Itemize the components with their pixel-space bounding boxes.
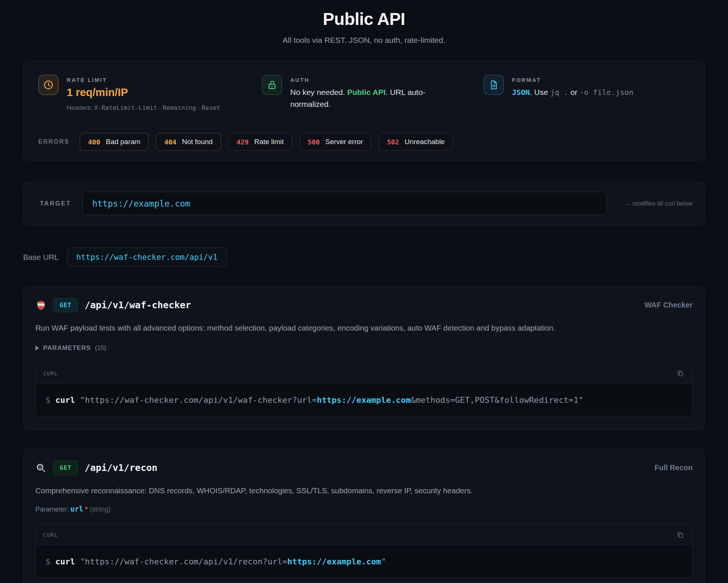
error-badge-502: 502 Unreachable	[379, 133, 453, 151]
error-badge-400: 400 Bad param	[80, 133, 148, 151]
rate-limit-section: RATE LIMIT 1 req/min/IP Headers: X-RateL…	[38, 75, 262, 112]
rate-limit-label: RATE LIMIT	[67, 77, 220, 83]
method-badge: GET	[53, 298, 78, 312]
copy-icon	[676, 531, 684, 539]
auth-content: AUTH No key needed. Public API. URL auto…	[290, 75, 454, 112]
error-badge-500: 500 Server error	[300, 133, 371, 151]
endpoint-path: /api/v1/recon	[85, 462, 158, 473]
info-grid: RATE LIMIT 1 req/min/IP Headers: X-RateL…	[38, 75, 690, 112]
target-card: TARGET ← modifies all curl below	[23, 182, 705, 225]
curl-header: CURL	[36, 363, 692, 384]
endpoint-header: GET /api/v1/recon Full Recon	[35, 461, 693, 475]
base-url-label: Base URL	[23, 253, 59, 262]
curl-command: $ curl "https://waf-checker.com/api/v1/w…	[36, 384, 692, 416]
copy-button[interactable]	[676, 369, 685, 378]
unlock-icon	[262, 75, 282, 95]
errors-label: ERRORS	[38, 138, 69, 145]
format-text: JSON. Use jq . or -o file.json	[512, 86, 633, 98]
rate-limit-headers: Headers: X-RateLimit-Limit · Remaining ·…	[67, 104, 220, 112]
endpoint-description: Comprehensive reconnaissance: DNS record…	[35, 486, 693, 495]
parameter-line: Parameter: url * (string)	[35, 505, 693, 513]
required-marker: *	[83, 506, 88, 513]
curl-label: CURL	[43, 532, 58, 538]
curl-command: $ curl "https://waf-checker.com/api/v1/r…	[36, 545, 692, 578]
auth-label: AUTH	[290, 77, 454, 83]
base-url-value: https://waf-checker.com/api/v1	[67, 248, 227, 267]
curl-header: CURL	[36, 525, 692, 545]
error-badge-429: 429 Rate limit	[228, 133, 292, 151]
endpoint-path: /api/v1/waf-checker	[85, 300, 191, 310]
curl-block: CURL $ curl "https://waf-checker.com/api…	[35, 363, 693, 417]
endpoint-card-recon: GET /api/v1/recon Full Recon Comprehensi…	[23, 449, 705, 583]
param-name: url	[70, 505, 83, 513]
page-subtitle: All tools via REST. JSON, no auth, rate-…	[23, 36, 705, 45]
copy-button[interactable]	[676, 531, 685, 539]
document-icon	[484, 75, 504, 95]
clock-icon	[38, 75, 58, 95]
target-hint: ← modifies all curl below	[625, 200, 694, 207]
target-url-input[interactable]	[82, 192, 607, 215]
endpoint-name: WAF Checker	[645, 301, 693, 309]
page-title: Public API	[23, 9, 705, 29]
shield-icon	[35, 300, 47, 311]
copy-icon	[676, 369, 684, 377]
chevron-right-icon	[35, 345, 39, 351]
endpoint-name: Full Recon	[655, 463, 693, 472]
base-url-row: Base URL https://waf-checker.com/api/v1	[23, 248, 705, 267]
endpoint-description: Run WAF payload tests with all advanced …	[35, 324, 693, 332]
method-badge: GET	[53, 461, 78, 475]
curl-block: CURL $ curl "https://waf-checker.com/api…	[35, 525, 693, 578]
magnifier-icon	[35, 462, 47, 474]
api-info-card: RATE LIMIT 1 req/min/IP Headers: X-RateL…	[23, 60, 705, 161]
errors-row: ERRORS 400 Bad param 404 Not found 429 R…	[38, 123, 690, 151]
auth-text: No key needed. Public API. URL auto-norm…	[290, 86, 454, 110]
format-content: FORMAT JSON. Use jq . or -o file.json	[512, 75, 633, 112]
parameters-toggle[interactable]: PARAMETERS (15)	[35, 344, 693, 352]
page-header: Public API All tools via REST. JSON, no …	[23, 0, 705, 45]
public-api-highlight: Public API	[347, 88, 386, 96]
endpoint-card-waf-checker: GET /api/v1/waf-checker WAF Checker Run …	[23, 286, 705, 430]
target-label: TARGET	[40, 200, 71, 207]
format-label: FORMAT	[512, 77, 633, 83]
format-section: FORMAT JSON. Use jq . or -o file.json	[484, 75, 690, 112]
auth-section: AUTH No key needed. Public API. URL auto…	[262, 75, 484, 112]
page: Public API All tools via REST. JSON, no …	[0, 0, 728, 583]
endpoint-header: GET /api/v1/waf-checker WAF Checker	[35, 298, 693, 312]
rate-limit-value: 1 req/min/IP	[67, 86, 220, 99]
rate-limit-content: RATE LIMIT 1 req/min/IP Headers: X-RateL…	[67, 75, 220, 112]
curl-label: CURL	[43, 370, 58, 376]
error-badge-404: 404 Not found	[156, 133, 221, 151]
